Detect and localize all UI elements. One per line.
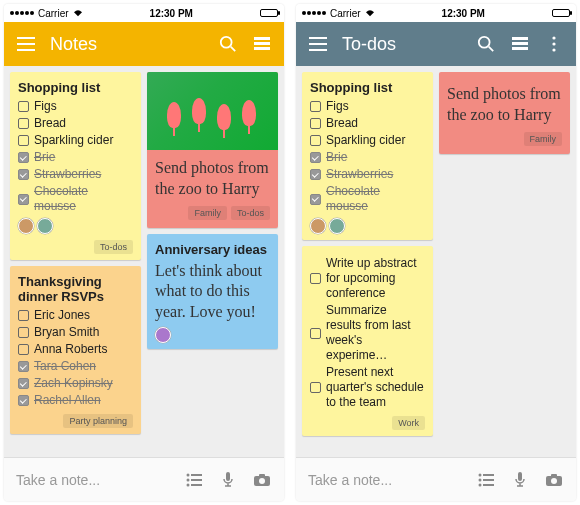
checkbox-icon[interactable] — [18, 135, 29, 146]
checklist-item: Bryan Smith — [34, 325, 99, 340]
svg-point-6 — [187, 478, 190, 481]
checkbox-icon[interactable] — [18, 344, 29, 355]
checklist-item: Figs — [326, 99, 349, 114]
checklist-item: Brie — [34, 150, 55, 165]
svg-rect-15 — [512, 37, 528, 40]
view-grid-icon[interactable] — [510, 34, 530, 54]
svg-point-4 — [187, 473, 190, 476]
note-thanksgiving-rsvps[interactable]: Thanksgiving dinner RSVPs Eric Jones Bry… — [10, 266, 141, 434]
carrier-label: Carrier — [38, 8, 69, 19]
avatar — [37, 218, 53, 234]
svg-point-25 — [479, 483, 482, 486]
checkbox-icon[interactable] — [18, 327, 29, 338]
camera-icon[interactable] — [544, 470, 564, 490]
checkbox-icon[interactable] — [310, 382, 321, 393]
flamingo-icon — [167, 102, 181, 128]
note-zoo-photos[interactable]: Send photos from the zoo to Harry Family… — [147, 72, 278, 228]
flamingo-icon — [217, 104, 231, 130]
view-grid-icon[interactable] — [252, 34, 272, 54]
checkbox-checked-icon[interactable] — [18, 194, 29, 205]
overflow-icon[interactable] — [544, 34, 564, 54]
clock-label: 12:30 PM — [442, 8, 485, 19]
status-bar: Carrier 12:30 PM — [296, 4, 576, 22]
svg-rect-1 — [254, 37, 270, 40]
svg-rect-27 — [518, 472, 522, 481]
checkbox-icon[interactable] — [18, 101, 29, 112]
checkbox-checked-icon[interactable] — [310, 194, 321, 205]
tag-label[interactable]: Family — [188, 206, 227, 220]
svg-rect-24 — [483, 479, 494, 481]
tag-label[interactable]: Party planning — [63, 414, 133, 428]
svg-point-14 — [479, 37, 490, 48]
tag-label[interactable]: To-dos — [231, 206, 270, 220]
checkbox-checked-icon[interactable] — [310, 152, 321, 163]
checkbox-icon[interactable] — [310, 273, 321, 284]
flamingo-icon — [242, 100, 256, 126]
checkbox-icon[interactable] — [18, 118, 29, 129]
battery-icon — [552, 9, 570, 17]
note-shopping-list[interactable]: Shopping list Figs Bread Sparkling cider… — [302, 72, 433, 240]
checklist-item: Sparkling cider — [34, 133, 113, 148]
wifi-icon — [73, 9, 83, 17]
notes-grid: Shopping list Figs Bread Sparkling cider… — [296, 66, 576, 457]
note-body: Send photos from the zoo to Harry — [447, 84, 562, 126]
search-icon[interactable] — [218, 34, 238, 54]
menu-icon[interactable] — [16, 34, 36, 54]
svg-rect-13 — [259, 474, 265, 477]
checklist-item: Eric Jones — [34, 308, 90, 323]
svg-rect-16 — [512, 42, 528, 45]
checklist-item: Present next quarter's schedule to the t… — [326, 365, 425, 410]
checkbox-checked-icon[interactable] — [310, 169, 321, 180]
camera-icon[interactable] — [252, 470, 272, 490]
checklist-item: Sparkling cider — [326, 133, 405, 148]
tag-label[interactable]: To-dos — [94, 240, 133, 254]
take-note-input[interactable]: Take a note... — [308, 472, 462, 488]
note-zoo-photos[interactable]: Send photos from the zoo to Harry Family — [439, 72, 570, 154]
checkbox-icon[interactable] — [310, 328, 321, 339]
avatar — [310, 218, 326, 234]
svg-rect-2 — [254, 42, 270, 45]
flamingo-icon — [192, 98, 206, 124]
microphone-icon[interactable] — [218, 470, 238, 490]
avatar — [18, 218, 34, 234]
svg-rect-7 — [191, 479, 202, 481]
svg-rect-10 — [226, 472, 230, 481]
tag-label[interactable]: Work — [392, 416, 425, 430]
note-anniversary[interactable]: Anniversary ideas Let's think about what… — [147, 234, 278, 349]
checkbox-checked-icon[interactable] — [18, 361, 29, 372]
checklist-item: Figs — [34, 99, 57, 114]
tag-label[interactable]: Family — [524, 132, 563, 146]
note-title: Anniversary ideas — [155, 242, 270, 257]
svg-rect-5 — [191, 474, 202, 476]
checkbox-checked-icon[interactable] — [18, 395, 29, 406]
checkbox-icon[interactable] — [310, 135, 321, 146]
checklist-item: Strawberries — [34, 167, 101, 182]
checkbox-checked-icon[interactable] — [18, 378, 29, 389]
note-title: Shopping list — [310, 80, 425, 95]
note-shopping-list[interactable]: Shopping list Figs Bread Sparkling cider… — [10, 72, 141, 260]
checkbox-icon[interactable] — [310, 118, 321, 129]
checkbox-icon[interactable] — [18, 310, 29, 321]
microphone-icon[interactable] — [510, 470, 530, 490]
take-note-input[interactable]: Take a note... — [16, 472, 170, 488]
carrier-label: Carrier — [330, 8, 361, 19]
search-icon[interactable] — [476, 34, 496, 54]
signal-icon — [302, 11, 326, 15]
note-work-tasks[interactable]: Write up abstract for upcoming conferenc… — [302, 246, 433, 436]
phone-right: Carrier 12:30 PM To-dos Shopping list Fi… — [296, 4, 576, 501]
avatar — [329, 218, 345, 234]
svg-point-29 — [551, 478, 557, 484]
bottom-bar: Take a note... — [4, 457, 284, 501]
note-body: Let's think about what to do this year. … — [155, 261, 270, 323]
app-bar: To-dos — [296, 22, 576, 66]
checklist-item: Zach Kopinsky — [34, 376, 113, 391]
menu-icon[interactable] — [308, 34, 328, 54]
list-icon[interactable] — [476, 470, 496, 490]
checkbox-icon[interactable] — [310, 101, 321, 112]
list-icon[interactable] — [184, 470, 204, 490]
checkbox-checked-icon[interactable] — [18, 169, 29, 180]
checkbox-checked-icon[interactable] — [18, 152, 29, 163]
svg-rect-26 — [483, 484, 494, 486]
svg-rect-3 — [254, 47, 270, 50]
avatar — [155, 327, 171, 343]
